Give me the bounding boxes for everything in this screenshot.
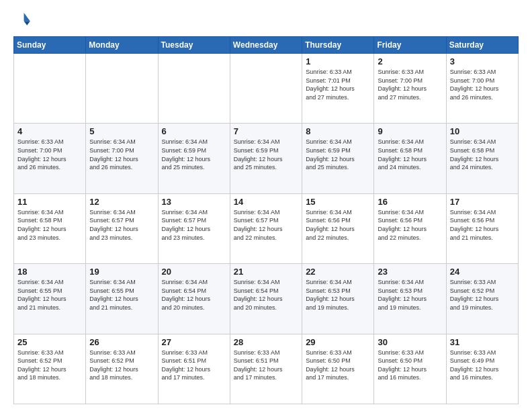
day-number: 17 — [450, 197, 515, 207]
calendar-cell — [86, 54, 158, 124]
day-info: Sunrise: 6:33 AM Sunset: 6:50 PM Dayligh… — [306, 349, 355, 381]
calendar-header-saturday: Saturday — [446, 37, 518, 54]
day-info: Sunrise: 6:34 AM Sunset: 6:56 PM Dayligh… — [306, 209, 355, 241]
day-number: 26 — [89, 337, 154, 347]
day-info: Sunrise: 6:34 AM Sunset: 6:55 PM Dayligh… — [89, 279, 138, 311]
svg-marker-1 — [24, 21, 30, 26]
calendar-cell: 24Sunrise: 6:33 AM Sunset: 6:52 PM Dayli… — [446, 264, 518, 334]
day-number: 13 — [162, 197, 226, 207]
day-info: Sunrise: 6:34 AM Sunset: 6:54 PM Dayligh… — [234, 279, 283, 311]
calendar-cell: 4Sunrise: 6:33 AM Sunset: 7:00 PM Daylig… — [14, 124, 86, 193]
calendar-cell: 14Sunrise: 6:34 AM Sunset: 6:57 PM Dayli… — [230, 193, 302, 263]
calendar-header-thursday: Thursday — [302, 37, 374, 54]
day-number: 14 — [234, 197, 298, 207]
day-number: 19 — [89, 267, 154, 277]
calendar-cell: 25Sunrise: 6:33 AM Sunset: 6:52 PM Dayli… — [14, 334, 86, 404]
day-number: 20 — [162, 267, 226, 277]
calendar-cell: 1Sunrise: 6:33 AM Sunset: 7:01 PM Daylig… — [302, 54, 374, 124]
day-info: Sunrise: 6:33 AM Sunset: 6:51 PM Dayligh… — [234, 349, 283, 381]
calendar-cell: 12Sunrise: 6:34 AM Sunset: 6:57 PM Dayli… — [86, 193, 158, 263]
calendar-cell — [230, 54, 302, 124]
day-number: 3 — [450, 56, 515, 66]
day-number: 7 — [234, 126, 298, 136]
calendar-cell: 3Sunrise: 6:33 AM Sunset: 7:00 PM Daylig… — [446, 54, 518, 124]
day-info: Sunrise: 6:34 AM Sunset: 6:54 PM Dayligh… — [162, 279, 211, 311]
calendar-header-tuesday: Tuesday — [158, 37, 230, 54]
calendar-week-2: 4Sunrise: 6:33 AM Sunset: 7:00 PM Daylig… — [14, 124, 519, 193]
calendar-cell: 30Sunrise: 6:33 AM Sunset: 6:50 PM Dayli… — [374, 334, 446, 404]
page: SundayMondayTuesdayWednesdayThursdayFrid… — [0, 0, 532, 411]
day-info: Sunrise: 6:34 AM Sunset: 6:59 PM Dayligh… — [162, 138, 211, 171]
day-info: Sunrise: 6:34 AM Sunset: 6:56 PM Dayligh… — [378, 209, 427, 241]
calendar-cell: 27Sunrise: 6:33 AM Sunset: 6:51 PM Dayli… — [158, 334, 230, 404]
calendar-header-row: SundayMondayTuesdayWednesdayThursdayFrid… — [14, 37, 519, 54]
day-number: 23 — [378, 267, 442, 277]
day-info: Sunrise: 6:33 AM Sunset: 6:52 PM Dayligh… — [89, 349, 138, 381]
day-number: 6 — [162, 126, 226, 136]
day-number: 4 — [17, 126, 82, 136]
calendar-cell: 8Sunrise: 6:34 AM Sunset: 6:59 PM Daylig… — [302, 124, 374, 193]
calendar-cell: 13Sunrise: 6:34 AM Sunset: 6:57 PM Dayli… — [158, 193, 230, 263]
calendar-cell: 20Sunrise: 6:34 AM Sunset: 6:54 PM Dayli… — [158, 264, 230, 334]
calendar-cell: 18Sunrise: 6:34 AM Sunset: 6:55 PM Dayli… — [14, 264, 86, 334]
calendar-cell: 17Sunrise: 6:34 AM Sunset: 6:56 PM Dayli… — [446, 193, 518, 263]
calendar-header-sunday: Sunday — [14, 37, 86, 54]
day-info: Sunrise: 6:33 AM Sunset: 6:52 PM Dayligh… — [17, 349, 66, 381]
day-number: 29 — [306, 337, 370, 347]
logo — [13, 11, 35, 30]
day-info: Sunrise: 6:34 AM Sunset: 6:58 PM Dayligh… — [17, 209, 66, 241]
day-info: Sunrise: 6:34 AM Sunset: 6:53 PM Dayligh… — [306, 279, 355, 311]
calendar-cell: 16Sunrise: 6:34 AM Sunset: 6:56 PM Dayli… — [374, 193, 446, 263]
day-info: Sunrise: 6:34 AM Sunset: 6:53 PM Dayligh… — [378, 279, 427, 311]
day-number: 15 — [306, 197, 370, 207]
calendar-cell: 2Sunrise: 6:33 AM Sunset: 7:00 PM Daylig… — [374, 54, 446, 124]
day-info: Sunrise: 6:33 AM Sunset: 6:50 PM Dayligh… — [378, 349, 427, 381]
calendar-week-4: 18Sunrise: 6:34 AM Sunset: 6:55 PM Dayli… — [14, 264, 519, 334]
day-number: 30 — [378, 337, 442, 347]
day-number: 11 — [17, 197, 82, 207]
day-info: Sunrise: 6:33 AM Sunset: 7:00 PM Dayligh… — [378, 68, 427, 101]
day-info: Sunrise: 6:33 AM Sunset: 7:00 PM Dayligh… — [17, 138, 66, 171]
calendar-week-5: 25Sunrise: 6:33 AM Sunset: 6:52 PM Dayli… — [14, 334, 519, 404]
calendar-cell: 9Sunrise: 6:34 AM Sunset: 6:58 PM Daylig… — [374, 124, 446, 193]
calendar-cell: 23Sunrise: 6:34 AM Sunset: 6:53 PM Dayli… — [374, 264, 446, 334]
calendar-cell — [14, 54, 86, 124]
day-number: 31 — [450, 337, 515, 347]
day-info: Sunrise: 6:33 AM Sunset: 7:01 PM Dayligh… — [306, 68, 355, 101]
day-number: 8 — [306, 126, 370, 136]
calendar-cell: 22Sunrise: 6:34 AM Sunset: 6:53 PM Dayli… — [302, 264, 374, 334]
day-number: 22 — [306, 267, 370, 277]
day-number: 10 — [450, 126, 515, 136]
calendar-cell: 28Sunrise: 6:33 AM Sunset: 6:51 PM Dayli… — [230, 334, 302, 404]
day-info: Sunrise: 6:34 AM Sunset: 6:55 PM Dayligh… — [17, 279, 66, 311]
calendar-header-monday: Monday — [86, 37, 158, 54]
day-number: 24 — [450, 267, 515, 277]
calendar-cell: 29Sunrise: 6:33 AM Sunset: 6:50 PM Dayli… — [302, 334, 374, 404]
calendar-cell: 6Sunrise: 6:34 AM Sunset: 6:59 PM Daylig… — [158, 124, 230, 193]
day-info: Sunrise: 6:33 AM Sunset: 6:51 PM Dayligh… — [162, 349, 211, 381]
calendar-cell: 21Sunrise: 6:34 AM Sunset: 6:54 PM Dayli… — [230, 264, 302, 334]
day-number: 21 — [234, 267, 298, 277]
logo-icon — [13, 11, 32, 30]
day-info: Sunrise: 6:34 AM Sunset: 6:57 PM Dayligh… — [162, 209, 211, 241]
calendar-cell: 11Sunrise: 6:34 AM Sunset: 6:58 PM Dayli… — [14, 193, 86, 263]
day-info: Sunrise: 6:34 AM Sunset: 6:59 PM Dayligh… — [234, 138, 283, 171]
day-info: Sunrise: 6:34 AM Sunset: 6:57 PM Dayligh… — [89, 209, 138, 241]
calendar-cell: 7Sunrise: 6:34 AM Sunset: 6:59 PM Daylig… — [230, 124, 302, 193]
day-info: Sunrise: 6:33 AM Sunset: 6:49 PM Dayligh… — [450, 349, 499, 381]
day-info: Sunrise: 6:33 AM Sunset: 7:00 PM Dayligh… — [450, 68, 499, 101]
calendar-cell: 15Sunrise: 6:34 AM Sunset: 6:56 PM Dayli… — [302, 193, 374, 263]
calendar-cell: 10Sunrise: 6:34 AM Sunset: 6:58 PM Dayli… — [446, 124, 518, 193]
day-number: 9 — [378, 126, 442, 136]
day-number: 5 — [89, 126, 154, 136]
day-number: 12 — [89, 197, 154, 207]
day-info: Sunrise: 6:34 AM Sunset: 7:00 PM Dayligh… — [89, 138, 138, 171]
day-info: Sunrise: 6:34 AM Sunset: 6:58 PM Dayligh… — [450, 138, 499, 171]
day-number: 28 — [234, 337, 298, 347]
calendar-cell: 26Sunrise: 6:33 AM Sunset: 6:52 PM Dayli… — [86, 334, 158, 404]
day-number: 18 — [17, 267, 82, 277]
day-info: Sunrise: 6:33 AM Sunset: 6:52 PM Dayligh… — [450, 279, 499, 311]
calendar-cell: 31Sunrise: 6:33 AM Sunset: 6:49 PM Dayli… — [446, 334, 518, 404]
calendar-cell — [158, 54, 230, 124]
calendar-cell: 5Sunrise: 6:34 AM Sunset: 7:00 PM Daylig… — [86, 124, 158, 193]
